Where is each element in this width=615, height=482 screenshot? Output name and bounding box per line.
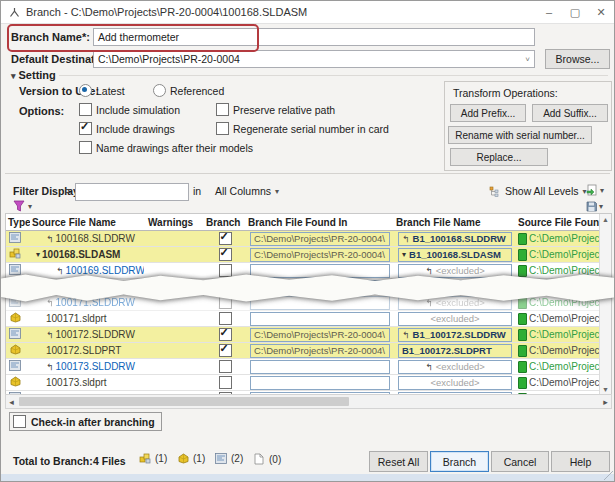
cancel-button[interactable]: Cancel	[491, 451, 549, 472]
branch-checkbox-cell[interactable]	[204, 328, 246, 341]
header-branch-file-name[interactable]: Branch File Name	[394, 217, 516, 228]
branch-file-found-in-cell[interactable]	[246, 312, 394, 326]
header-branch-file-found-in[interactable]: Branch File Found In	[246, 217, 394, 228]
filter-operator[interactable]: =	[65, 185, 71, 197]
branch-file-name-cell[interactable]: <excluded>	[394, 376, 516, 390]
source-file-name-cell[interactable]: 100172.SLDPRT	[30, 345, 146, 356]
rename-with-serial-button[interactable]: Rename with serial number...	[448, 126, 592, 144]
table-row[interactable]: ↰100173.SLDDRW↰<excluded>C:\Demo\Project…	[6, 359, 611, 375]
branch-file-found-in-cell[interactable]: C:\Demo\Projects\PR-20-0004\	[246, 328, 394, 342]
branch-file-name-cell[interactable]: ▾B1_100168.SLDASM	[394, 248, 516, 262]
source-file-name-cell[interactable]: 100173.sldprt	[30, 377, 146, 388]
header-source-file-found-in[interactable]: Source File Found In	[516, 217, 611, 228]
header-type[interactable]: Type	[6, 217, 30, 228]
branch-checkbox-cell[interactable]	[204, 264, 246, 277]
option-preserve-relative-path[interactable]: Preserve relative path	[216, 103, 335, 116]
branch-checkbox[interactable]	[219, 232, 232, 245]
table-row[interactable]: 100171.sldprt<excluded>C:\Demo\Projects\…	[6, 311, 611, 327]
branch-checkbox-cell[interactable]	[204, 360, 246, 373]
resize-grip[interactable]	[604, 471, 613, 480]
add-prefix-button[interactable]: Add Prefix...	[450, 104, 526, 122]
branch-file-found-in-cell[interactable]: C:\Demo\Projects\PR-20-0004\	[246, 344, 394, 358]
checkbox-icon[interactable]	[13, 415, 26, 428]
table-row[interactable]: 100173.sldprt<excluded>C:\Demo\Projects\…	[6, 375, 611, 391]
source-file-name-cell[interactable]: 100171.sldprt	[30, 313, 146, 324]
branch-checkbox-cell[interactable]	[204, 344, 246, 357]
branch-file-found-in-cell[interactable]	[246, 280, 394, 294]
table-row[interactable]: ↰100172.SLDDRWC:\Demo\Projects\PR-20-000…	[6, 327, 611, 343]
header-branch[interactable]: Branch	[204, 217, 246, 228]
header-warnings[interactable]: Warnings	[146, 217, 204, 228]
option-include-simulation[interactable]: Include simulation	[79, 103, 180, 116]
source-file-name[interactable]: 100172.SLDDRW	[56, 329, 135, 340]
source-file-name-cell[interactable]: ↰100171.SLDDRW	[30, 297, 146, 308]
branch-checkbox-cell[interactable]	[204, 312, 246, 325]
all-columns-dropdown[interactable]: All Columns ▾	[215, 185, 279, 197]
source-file-name[interactable]: 100169.SLDDRW	[66, 265, 144, 276]
help-button[interactable]: Help	[551, 451, 610, 472]
source-file-name[interactable]: 100172.SLDPRT	[46, 345, 121, 356]
chevron-down-icon[interactable]: ˅	[525, 55, 530, 64]
source-file-name-cell[interactable]: ↰100173.SLDDRW	[30, 361, 146, 372]
table-row[interactable]: ↰100171.SLDDRW↰<excluded>C:\Demo\Project…	[6, 295, 611, 311]
branch-file-found-in-cell[interactable]	[246, 296, 394, 310]
table-row[interactable]: ↰100168.SLDDRWC:\Demo\Projects\PR-20-000…	[6, 231, 611, 247]
branch-file-name-cell[interactable]: ↰<excluded>	[394, 296, 516, 310]
branch-checkbox[interactable]	[219, 280, 232, 293]
branch-checkbox[interactable]	[218, 296, 231, 309]
branch-file-found-in-cell[interactable]	[246, 376, 394, 390]
branch-file-name-cell[interactable]: <excluded>	[394, 312, 516, 326]
branch-checkbox[interactable]	[219, 264, 232, 277]
save-list-button[interactable]: ▾	[586, 201, 603, 212]
radio-icon[interactable]	[79, 84, 92, 97]
branch-file-name-cell[interactable]: ↰B1_100172.SLDDRW	[394, 328, 516, 342]
reset-all-button[interactable]: Reset All	[369, 451, 428, 472]
branch-file-found-in-cell[interactable]: C:\Demo\Projects\PR-20-0004\	[246, 248, 394, 262]
branch-file-found-in-cell[interactable]	[246, 264, 394, 278]
source-file-name[interactable]: 100173.sldprt	[46, 377, 107, 388]
branch-checkbox[interactable]	[219, 312, 232, 325]
branch-checkbox-cell[interactable]	[204, 296, 246, 309]
replace-button[interactable]: Replace...	[450, 148, 548, 166]
branch-checkbox[interactable]	[219, 248, 232, 261]
maximize-button[interactable]: ▢	[562, 1, 588, 23]
checkbox-icon[interactable]	[79, 122, 92, 135]
branch-file-name-cell[interactable]: <excluded>	[394, 280, 516, 294]
radio-referenced[interactable]: Referenced	[153, 84, 224, 97]
radio-icon[interactable]	[153, 84, 166, 97]
header-source-file-name[interactable]: Source File Name	[30, 217, 146, 228]
branch-button[interactable]: Branch	[430, 451, 489, 472]
add-suffix-button[interactable]: Add Suffix...	[532, 104, 608, 122]
source-file-name[interactable]: 100173.SLDDRW	[56, 361, 135, 372]
branch-checkbox[interactable]	[219, 360, 232, 373]
branch-file-name-cell[interactable]: ↰B1_100168.SLDDRW	[394, 232, 516, 246]
table-row[interactable]: ▾100168.SLDASMC:\Demo\Projects\PR-20-000…	[6, 247, 611, 263]
minimize-button[interactable]: –	[536, 1, 562, 23]
horizontal-scrollbar[interactable]: ◂ ▸	[5, 394, 612, 409]
filter-input[interactable]	[75, 183, 189, 201]
branch-name-input[interactable]: Add thermometer	[93, 28, 535, 46]
scrollbar-thumb[interactable]	[19, 397, 349, 406]
option-regenerate-serial[interactable]: Regenerate serial number in card	[216, 122, 389, 135]
branch-file-found-in-cell[interactable]: C:\Demo\Projects\PR-20-0004\	[246, 232, 394, 246]
table-row[interactable]: ↰100169.SLDDRW↰<excluded>C:\Demo\Project…	[6, 263, 611, 279]
branch-file-name-cell[interactable]: ↰<excluded>	[394, 360, 516, 374]
source-file-name-cell[interactable]: 100169.SLDPRT	[30, 281, 146, 292]
source-file-name[interactable]: 100169.SLDPRT	[46, 281, 121, 292]
source-file-name[interactable]: 100168.SLDDRW	[56, 233, 135, 244]
vertical-scrollbar[interactable]: ▲ ▼	[599, 214, 611, 395]
checkbox-icon[interactable]	[79, 141, 92, 154]
source-file-name[interactable]: 100168.SLDASM	[42, 249, 120, 260]
branch-checkbox[interactable]	[219, 376, 232, 389]
option-include-drawings[interactable]: Include drawings	[79, 122, 175, 135]
branch-file-name-cell[interactable]: ↰<excluded>	[394, 264, 516, 278]
source-file-name-cell[interactable]: ▾100168.SLDASM	[30, 249, 146, 260]
radio-latest[interactable]: Latest	[79, 84, 125, 97]
checkin-after-branching[interactable]: Check-in after branching	[9, 412, 162, 431]
checkbox-icon[interactable]	[216, 122, 229, 135]
browse-button[interactable]: Browse...	[545, 49, 610, 69]
show-all-levels-dropdown[interactable]: Show All Levels ▾	[489, 185, 587, 197]
branch-file-found-in-cell[interactable]	[246, 360, 394, 374]
checkbox-icon[interactable]	[79, 103, 92, 116]
open-report-button[interactable]: ▾	[586, 184, 604, 196]
